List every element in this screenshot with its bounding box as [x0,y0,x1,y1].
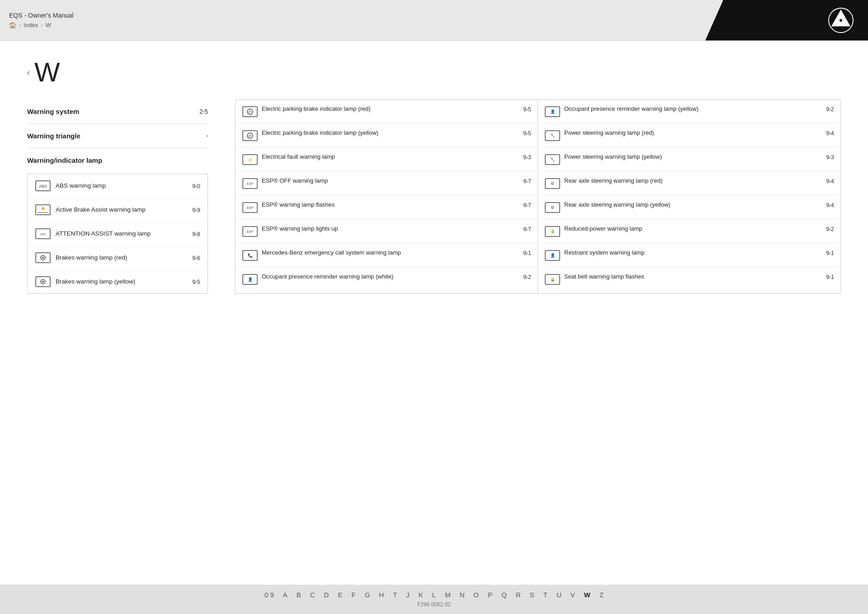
elec-fault-icon: ⚡ [242,153,258,166]
occupant-white-page: 9›2 [523,274,531,280]
alpha-b[interactable]: B [297,591,301,599]
alpha-nav: 0 9 A B C D E F G H T J K L M N O P Q R … [264,591,604,599]
seatbelt-label: Seat belt warning lamp flashes [564,273,822,281]
alpha-f[interactable]: F [351,591,355,599]
alpha-c[interactable]: C [310,591,315,599]
prev-letter-button[interactable]: ‹ [27,68,30,77]
list-item[interactable]: ESP ESP® warning lamp lights up 9›7 [236,220,538,244]
alpha-k[interactable]: K [419,591,423,599]
svg-text:ESP: ESP [247,206,253,209]
list-item[interactable]: 🔋 Reduced-power warning lamp 9›2 [538,220,840,244]
list-item[interactable]: Brakes warning lamp (red) 9›6 [28,246,208,270]
list-item[interactable]: 👤 Occupant presence reminder warning lam… [236,268,538,291]
alpha-m[interactable]: M [445,591,451,599]
list-item[interactable]: ⚙ Rear axle steering warning lamp (red) … [538,172,840,196]
reduced-power-page: 9›2 [826,226,834,232]
list-item[interactable]: ⚠️ Active Brake Assist warning lamp 9›9 [28,198,208,222]
alpha-e[interactable]: E [338,591,342,599]
esp-off-icon: ESP [242,177,258,190]
epb-yellow-label: Electric parking brake indicator lamp (y… [262,129,519,137]
alpha-r[interactable]: R [516,591,521,599]
alpha-o[interactable]: O [474,591,479,599]
list-item[interactable]: ABS ABS warning lamp 9›0 [28,174,208,198]
svg-text:ABS: ABS [39,184,47,189]
rear-axle-red-page: 9›4 [826,178,834,184]
warning-indicator-section: Warning/indicator lamp [27,148,208,169]
alpha-d[interactable]: D [324,591,329,599]
svg-text:⚡: ⚡ [247,157,253,163]
list-item[interactable]: 👤 Occupant presence reminder warning lam… [538,100,840,124]
list-item[interactable]: 🔧 Power steering warning lamp (yellow) 9… [538,148,840,172]
alpha-a[interactable]: A [283,591,288,599]
restraint-label: Restraint system warning lamp [564,249,822,257]
alpha-g[interactable]: G [365,591,370,599]
epb-red-label: Electric parking brake indicator lamp (r… [262,105,519,113]
attention-assist-page: 9›8 [192,231,200,237]
alpha-s[interactable]: S [530,591,534,599]
epb-yellow-page: 9›5 [523,130,531,137]
alpha-n[interactable]: N [460,591,465,599]
power-steering-red-label: Power steering warning lamp (red) [564,129,822,137]
occupant-white-icon: 👤 [242,273,258,286]
brakes-yellow-icon [35,275,51,288]
manual-title: EQS - Owner's Manual [9,12,74,19]
occupant-yellow-page: 9›2 [826,106,834,113]
emergency-call-icon: 📞 [242,249,258,262]
index-layout: Warning system 2›5 Warning triangle › Wa… [27,99,841,294]
list-item[interactable]: ⚡ Electrical fault warning lamp 9›3 [236,148,538,172]
list-item[interactable]: P Electric parking brake indicator lamp … [236,100,538,124]
reduced-power-icon: 🔋 [544,225,561,238]
list-item[interactable]: 🔒 Seat belt warning lamp flashes 9›1 [538,268,840,291]
list-item[interactable]: ESP ESP® warning lamp flashes 9›7 [236,196,538,220]
svg-point-14 [42,281,44,283]
rear-axle-yellow-label: Rear axle steering warning lamp (yellow) [564,201,822,209]
attention-assist-icon: zzz [35,227,51,240]
svg-text:⚠️: ⚠️ [41,206,45,210]
epb-red-page: 9›5 [523,106,531,113]
warning-triangle-label: Warning triangle [27,132,80,140]
occupant-white-label: Occupant presence reminder warning lamp … [262,273,519,281]
index-entry-warning-triangle[interactable]: Warning triangle › [27,124,208,148]
alpha-l[interactable]: L [432,591,436,599]
list-item[interactable]: P Electric parking brake indicator lamp … [236,124,538,148]
list-item[interactable]: 👤 Restraint system warning lamp 9›1 [538,244,840,268]
reduced-power-label: Reduced-power warning lamp [564,225,822,233]
esp-flash-icon: ESP [242,201,258,214]
list-item[interactable]: ESP ESP® OFF warning lamp 9›7 [236,172,538,196]
alpha-w[interactable]: W [584,591,590,599]
alpha-z[interactable]: Z [599,591,604,599]
list-item[interactable]: Brakes warning lamp (yellow) 9›5 [28,270,208,293]
list-item[interactable]: zzz ATTENTION ASSIST warning lamp 9›8 [28,222,208,246]
alpha-t1[interactable]: T [393,591,397,599]
list-item[interactable]: ⚙ Rear axle steering warning lamp (yello… [538,196,840,220]
alpha-t2[interactable]: T [543,591,547,599]
alpha-09[interactable]: 0 9 [264,591,274,599]
emergency-call-page: 9›1 [523,250,531,256]
breadcrumb-index[interactable]: Index [24,22,38,28]
abs-icon: ABS [35,179,51,192]
right-column: 👤 Occupant presence reminder warning lam… [538,100,840,293]
header: EQS - Owner's Manual 🏠 › Index › W [0,0,868,41]
alpha-j[interactable]: J [406,591,410,599]
svg-point-1 [840,19,842,22]
index-entry-warning-system[interactable]: Warning system 2›5 [27,99,208,124]
footer-code: F296 0062 02 [417,601,451,608]
home-icon[interactable]: 🏠 [9,22,16,28]
alpha-u[interactable]: U [557,591,561,599]
alpha-h[interactable]: H [379,591,384,599]
list-item[interactable]: 🔧 Power steering warning lamp (red) 9›4 [538,124,840,148]
alpha-v[interactable]: V [571,591,575,599]
active-brake-page: 9›9 [192,207,200,213]
alpha-q[interactable]: Q [501,591,507,599]
seatbelt-page: 9›1 [826,274,834,280]
power-steering-yellow-label: Power steering warning lamp (yellow) [564,153,822,161]
svg-text:👤: 👤 [248,277,253,282]
svg-text:🔧: 🔧 [550,133,556,138]
alpha-p[interactable]: P [488,591,492,599]
esp-off-label: ESP® OFF warning lamp [262,177,519,185]
svg-text:🔧: 🔧 [550,157,556,162]
header-left: EQS - Owner's Manual 🏠 › Index › W [0,7,83,33]
list-item[interactable]: 📞 Mercedes-Benz emergency call system wa… [236,244,538,268]
footer: 0 9 A B C D E F G H T J K L M N O P Q R … [0,585,868,614]
esp-flash-page: 9›7 [523,202,531,208]
